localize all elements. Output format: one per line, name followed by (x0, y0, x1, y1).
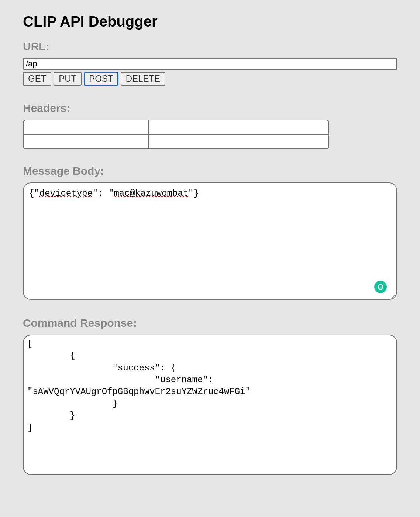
message-body-textarea[interactable] (23, 182, 397, 300)
debugger-panel: CLIP API Debugger URL: GET PUT POST DELE… (7, 1, 413, 517)
section-label-headers: Headers: (23, 102, 397, 114)
command-response-output: [ { "success": { "username": "sAWVQqrYVA… (23, 335, 397, 475)
section-label-body: Message Body: (23, 165, 397, 177)
header-key-input-0[interactable] (24, 120, 148, 134)
delete-button[interactable]: DELETE (121, 72, 165, 86)
http-method-row: GET PUT POST DELETE (23, 72, 397, 86)
header-value-input-1[interactable] (149, 135, 328, 148)
section-label-response: Command Response: (23, 317, 397, 329)
header-value-input-0[interactable] (149, 120, 328, 134)
table-row (24, 120, 328, 134)
grammarly-icon[interactable] (374, 281, 387, 293)
headers-table (23, 120, 329, 149)
post-button[interactable]: POST (84, 72, 118, 86)
header-key-input-1[interactable] (24, 135, 148, 148)
put-button[interactable]: PUT (54, 72, 82, 86)
page-title: CLIP API Debugger (23, 13, 397, 30)
table-row (24, 134, 328, 148)
url-input[interactable] (23, 58, 397, 70)
get-button[interactable]: GET (23, 72, 51, 86)
section-label-url: URL: (23, 40, 397, 53)
